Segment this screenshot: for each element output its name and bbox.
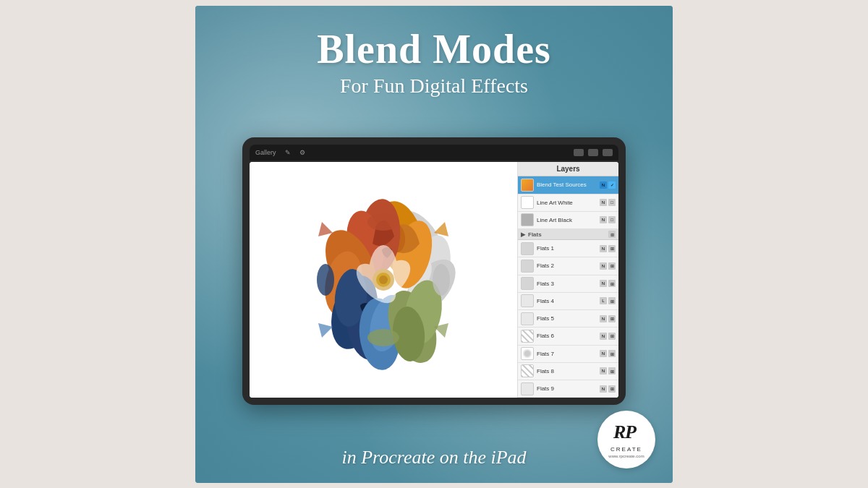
layer-thumb-f8 [521, 364, 534, 377]
lc-v-f2[interactable]: ⊞ [608, 262, 616, 270]
layer-ctrl-f9: N ⊞ [600, 385, 616, 393]
svg-point-25 [379, 275, 388, 284]
lc-v-f5[interactable]: ⊞ [608, 315, 616, 322]
layer-ctrl-n1[interactable]: N [600, 199, 607, 206]
ipad-icon-pencil: ✎ [285, 149, 291, 156]
lc-v-f7[interactable]: ⊞ [608, 350, 616, 357]
layer-ctrl-f4: L ⊞ [600, 297, 616, 304]
layer-name-f6: Flats 6 [537, 333, 597, 339]
layer-controls-2: N □ [600, 216, 616, 223]
tool-icon-2 [588, 149, 598, 156]
main-title: Blend Modes [317, 27, 551, 72]
tool-icon-1 [574, 149, 584, 156]
layer-name-2: Line Art Black [537, 217, 597, 223]
lc-n-f2[interactable]: N [600, 262, 607, 270]
subtitle: For Fun Digital Effects [317, 74, 551, 98]
mandala-art [275, 171, 492, 388]
gallery-label: Gallery [255, 149, 276, 156]
logo-url: www.rpcreate.com [608, 454, 644, 458]
card: Blend Modes For Fun Digital Effects Gall… [195, 6, 673, 483]
layer-thumb-active [521, 179, 534, 192]
layer-controls-1: N □ [600, 199, 616, 206]
lc-v-f9[interactable]: ⊞ [608, 385, 616, 393]
svg-point-28 [367, 213, 399, 231]
layer-ctrl-f3: N ⊞ [600, 280, 616, 287]
layer-thumb-f7 [521, 347, 534, 360]
layer-thumb-f6 [521, 330, 534, 343]
lc-n-f9[interactable]: N [600, 385, 607, 393]
lc-n-f8[interactable]: N [600, 367, 607, 374]
layer-name-f3: Flats 3 [537, 281, 597, 287]
lc-v-f6[interactable]: ⊞ [608, 333, 616, 340]
layer-thumb-2 [521, 213, 534, 226]
layer-group-flats[interactable]: ▶ Flats ⊞ [518, 229, 618, 240]
group-label: Flats [528, 231, 542, 238]
layer-item-flats9[interactable]: Flats 9 N ⊞ [518, 380, 618, 398]
layer-ctrl-v1[interactable]: □ [608, 199, 616, 206]
lc-v-f4[interactable]: ⊞ [608, 297, 616, 304]
layer-thumb-1 [521, 196, 534, 209]
layer-ctrl-f1: N ⊞ [600, 245, 616, 252]
card-content: Blend Modes For Fun Digital Effects Gall… [195, 6, 673, 483]
title-section: Blend Modes For Fun Digital Effects [302, 6, 566, 106]
layer-item-flats6[interactable]: Flats 6 N ⊞ [518, 328, 618, 345]
ipad-screen: Layers Blend Test Sources N ✓ [250, 162, 618, 398]
layer-item-1[interactable]: Line Art White N □ [518, 194, 618, 212]
layer-item-flats7[interactable]: Flats 7 N ⊞ [518, 346, 618, 363]
svg-point-26 [433, 264, 450, 296]
outer-frame: Blend Modes For Fun Digital Effects Gall… [188, 2, 680, 487]
layer-name-f8: Flats 8 [537, 368, 597, 374]
layer-name-1: Line Art White [537, 200, 597, 206]
lc-n-f3[interactable]: N [600, 280, 607, 287]
lc-n-f7[interactable]: N [600, 350, 607, 357]
ipad-device: Gallery ✎ ⚙ [242, 137, 626, 405]
layer-name-f7: Flats 7 [537, 351, 597, 357]
lc-n-f6[interactable]: N [600, 333, 607, 340]
layer-thumb-f2 [521, 260, 534, 273]
svg-marker-31 [318, 222, 333, 236]
layer-item-active[interactable]: Blend Test Sources N ✓ [518, 176, 618, 194]
logo-badge: R P CREATE www.rpcreate.com [597, 411, 655, 468]
layer-ctrl-f8: N ⊞ [600, 367, 616, 374]
layer-controls-active: N ✓ [600, 181, 616, 189]
bottom-text-section: in Procreate on the iPad [327, 438, 540, 483]
logo-create-label: CREATE [610, 446, 642, 453]
logo-svg: R P [612, 421, 641, 442]
layer-name-f9: Flats 9 [537, 385, 597, 392]
layer-item-flats8[interactable]: Flats 8 N ⊞ [518, 363, 618, 380]
canvas-area [250, 162, 517, 398]
bottom-subtitle: in Procreate on the iPad [341, 447, 526, 468]
layer-name-f2: Flats 2 [537, 262, 597, 269]
lc-v-f1[interactable]: ⊞ [608, 245, 616, 252]
svg-point-29 [367, 329, 399, 346]
group-ctrl[interactable]: ⊞ [608, 231, 616, 238]
layer-thumb-f3 [521, 277, 534, 290]
layer-item-flats3[interactable]: Flats 3 N ⊞ [518, 275, 618, 293]
layer-ctrl-f6: N ⊞ [600, 333, 616, 340]
lc-v-f3[interactable]: ⊞ [608, 280, 616, 287]
lc-n-f4[interactable]: L [600, 297, 607, 304]
svg-marker-33 [318, 323, 333, 338]
layer-item-flats5[interactable]: Flats 5 N ⊞ [518, 310, 618, 328]
layer-item-2[interactable]: Line Art Black N □ [518, 212, 618, 229]
lc-n-f5[interactable]: N [600, 315, 607, 322]
layer-name-f1: Flats 1 [537, 245, 597, 252]
lc-v-f8[interactable]: ⊞ [608, 367, 616, 374]
layer-item-flats4[interactable]: Flats 4 L ⊞ [518, 293, 618, 310]
layer-ctrl-check[interactable]: ✓ [608, 181, 616, 189]
ipad-top-icons [574, 149, 613, 156]
logo-initials: R P [612, 421, 641, 445]
layer-thumb-f4 [521, 294, 534, 307]
layer-name-active: Blend Test Sources [537, 181, 597, 188]
svg-point-27 [317, 264, 334, 296]
layer-ctrl-n2[interactable]: N [600, 216, 607, 223]
layer-ctrl-n[interactable]: N [600, 181, 607, 189]
layer-item-flats2[interactable]: Flats 2 N ⊞ [518, 257, 618, 275]
layer-ctrl-f7: N ⊞ [600, 350, 616, 357]
ipad-icon-wrench: ⚙ [299, 149, 305, 156]
layers-panel-header: Layers [518, 162, 618, 176]
layer-item-flats1[interactable]: Flats 1 N ⊞ [518, 240, 618, 257]
lc-n-f1[interactable]: N [600, 245, 607, 252]
layer-thumb-f1 [521, 242, 534, 255]
layer-ctrl-v2[interactable]: □ [608, 216, 616, 223]
